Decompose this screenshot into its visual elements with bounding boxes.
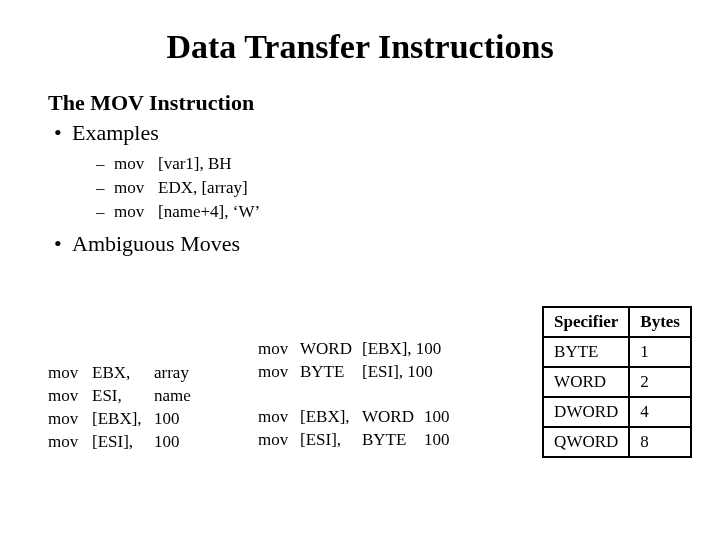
code-line: movBYTE[ESI], 100 — [258, 361, 488, 384]
operand2: name — [154, 386, 191, 405]
mov-keyword: mov — [48, 385, 92, 408]
mov-keyword: mov — [48, 431, 92, 454]
slide-title: Data Transfer Instructions — [48, 28, 672, 66]
operand2: array — [154, 363, 189, 382]
mov-keyword: mov — [48, 408, 92, 431]
operand2: 100 — [154, 432, 180, 451]
address: [EBX], — [300, 406, 362, 429]
cell-bytes: 8 — [629, 427, 691, 457]
code-block-mid-bottom: mov[EBX],WORD100 mov[ESI],BYTE100 — [258, 406, 488, 452]
bullet-ambiguous: •Ambiguous Moves — [54, 231, 672, 257]
size-specifier: WORD — [300, 338, 362, 361]
rest: [ESI], 100 — [362, 362, 433, 381]
mov-keyword: mov — [48, 362, 92, 385]
table-row: WORD 2 — [543, 367, 691, 397]
operand1: ESI, — [92, 385, 154, 408]
rest: [EBX], 100 — [362, 339, 441, 358]
specifier-table-wrap: Specifier Bytes BYTE 1 WORD 2 DWORD 4 QW… — [542, 306, 692, 458]
mov-keyword: mov — [114, 200, 158, 224]
specifier-table: Specifier Bytes BYTE 1 WORD 2 DWORD 4 QW… — [542, 306, 692, 458]
mov-args: [var1], BH — [158, 154, 232, 173]
mov-args: EDX, [array] — [158, 178, 248, 197]
size-specifier: BYTE — [300, 361, 362, 384]
bullet-examples-label: Examples — [72, 120, 159, 145]
code-block-left: movEBX,array movESI,name mov[EBX],100 mo… — [48, 338, 258, 454]
code-line: mov[EBX],100 — [48, 408, 258, 431]
code-line: mov[EBX],WORD100 — [258, 406, 488, 429]
mov-keyword: mov — [114, 176, 158, 200]
list-item: –mov[name+4], ‘W’ — [96, 200, 672, 224]
mov-keyword: mov — [258, 361, 300, 384]
cell-bytes: 2 — [629, 367, 691, 397]
dash-icon: – — [96, 176, 114, 200]
code-line: mov[ESI],100 — [48, 431, 258, 454]
bullet-ambiguous-label: Ambiguous Moves — [72, 231, 240, 256]
code-line: movESI,name — [48, 385, 258, 408]
code-block-mid: movWORD[EBX], 100 movBYTE[ESI], 100 mov[… — [258, 338, 488, 452]
table-row: DWORD 4 — [543, 397, 691, 427]
table-row: BYTE 1 — [543, 337, 691, 367]
list-item: –mov[var1], BH — [96, 152, 672, 176]
size-specifier: BYTE — [362, 429, 424, 452]
code-line: movWORD[EBX], 100 — [258, 338, 488, 361]
mov-keyword: mov — [258, 406, 300, 429]
col-header-specifier: Specifier — [543, 307, 629, 337]
cell-specifier: DWORD — [543, 397, 629, 427]
bullet-dot-icon: • — [54, 231, 72, 257]
operand1: [EBX], — [92, 408, 154, 431]
col-header-bytes: Bytes — [629, 307, 691, 337]
mov-keyword: mov — [114, 152, 158, 176]
table-row: QWORD 8 — [543, 427, 691, 457]
mov-keyword: mov — [258, 429, 300, 452]
cell-bytes: 1 — [629, 337, 691, 367]
cell-specifier: BYTE — [543, 337, 629, 367]
operand2: 100 — [154, 409, 180, 428]
bullet-dot-icon: • — [54, 120, 72, 146]
operand1: EBX, — [92, 362, 154, 385]
dash-icon: – — [96, 152, 114, 176]
code-line: mov[ESI],BYTE100 — [258, 429, 488, 452]
list-item: –movEDX, [array] — [96, 176, 672, 200]
mov-args: [name+4], ‘W’ — [158, 202, 260, 221]
mov-keyword: mov — [258, 338, 300, 361]
dash-icon: – — [96, 200, 114, 224]
cell-bytes: 4 — [629, 397, 691, 427]
operand1: [ESI], — [92, 431, 154, 454]
address: [ESI], — [300, 429, 362, 452]
value: 100 — [424, 430, 450, 449]
value: 100 — [424, 407, 450, 426]
cell-specifier: QWORD — [543, 427, 629, 457]
table-row: Specifier Bytes — [543, 307, 691, 337]
section-subtitle: The MOV Instruction — [48, 90, 672, 116]
size-specifier: WORD — [362, 406, 424, 429]
bullet-examples: •Examples — [54, 120, 672, 146]
cell-specifier: WORD — [543, 367, 629, 397]
examples-list: –mov[var1], BH –movEDX, [array] –mov[nam… — [96, 152, 672, 223]
code-line: movEBX,array — [48, 362, 258, 385]
